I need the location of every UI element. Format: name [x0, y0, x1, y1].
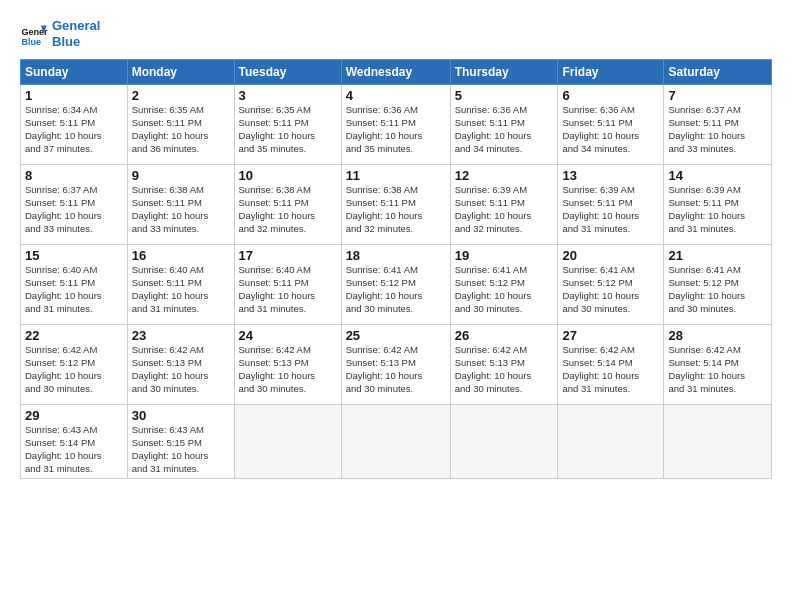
day-info: Sunrise: 6:40 AM Sunset: 5:11 PM Dayligh… [25, 264, 123, 315]
day-info: Sunrise: 6:43 AM Sunset: 5:14 PM Dayligh… [25, 424, 123, 475]
day-number: 21 [668, 248, 767, 263]
day-number: 23 [132, 328, 230, 343]
day-info: Sunrise: 6:42 AM Sunset: 5:12 PM Dayligh… [25, 344, 123, 395]
header-tuesday: Tuesday [234, 60, 341, 85]
day-number: 16 [132, 248, 230, 263]
calendar-cell: 12Sunrise: 6:39 AM Sunset: 5:11 PM Dayli… [450, 165, 558, 245]
calendar-cell: 9Sunrise: 6:38 AM Sunset: 5:11 PM Daylig… [127, 165, 234, 245]
header-thursday: Thursday [450, 60, 558, 85]
day-number: 28 [668, 328, 767, 343]
day-info: Sunrise: 6:37 AM Sunset: 5:11 PM Dayligh… [668, 104, 767, 155]
day-number: 20 [562, 248, 659, 263]
calendar-cell: 29Sunrise: 6:43 AM Sunset: 5:14 PM Dayli… [21, 405, 128, 479]
day-number: 24 [239, 328, 337, 343]
logo-blue: Blue [52, 34, 80, 49]
header-saturday: Saturday [664, 60, 772, 85]
day-info: Sunrise: 6:42 AM Sunset: 5:14 PM Dayligh… [562, 344, 659, 395]
day-number: 22 [25, 328, 123, 343]
day-info: Sunrise: 6:42 AM Sunset: 5:13 PM Dayligh… [346, 344, 446, 395]
day-number: 18 [346, 248, 446, 263]
day-info: Sunrise: 6:40 AM Sunset: 5:11 PM Dayligh… [132, 264, 230, 315]
day-number: 14 [668, 168, 767, 183]
calendar-cell: 20Sunrise: 6:41 AM Sunset: 5:12 PM Dayli… [558, 245, 664, 325]
logo-text: General Blue [52, 18, 100, 49]
day-info: Sunrise: 6:35 AM Sunset: 5:11 PM Dayligh… [239, 104, 337, 155]
day-number: 25 [346, 328, 446, 343]
day-number: 8 [25, 168, 123, 183]
calendar-cell: 7Sunrise: 6:37 AM Sunset: 5:11 PM Daylig… [664, 85, 772, 165]
day-info: Sunrise: 6:41 AM Sunset: 5:12 PM Dayligh… [562, 264, 659, 315]
header-monday: Monday [127, 60, 234, 85]
calendar-cell: 13Sunrise: 6:39 AM Sunset: 5:11 PM Dayli… [558, 165, 664, 245]
calendar-cell [341, 405, 450, 479]
day-info: Sunrise: 6:36 AM Sunset: 5:11 PM Dayligh… [562, 104, 659, 155]
day-number: 7 [668, 88, 767, 103]
day-number: 27 [562, 328, 659, 343]
day-info: Sunrise: 6:36 AM Sunset: 5:11 PM Dayligh… [455, 104, 554, 155]
day-number: 26 [455, 328, 554, 343]
day-info: Sunrise: 6:39 AM Sunset: 5:11 PM Dayligh… [668, 184, 767, 235]
calendar-cell: 5Sunrise: 6:36 AM Sunset: 5:11 PM Daylig… [450, 85, 558, 165]
day-number: 29 [25, 408, 123, 423]
header-sunday: Sunday [21, 60, 128, 85]
calendar-cell: 23Sunrise: 6:42 AM Sunset: 5:13 PM Dayli… [127, 325, 234, 405]
day-number: 3 [239, 88, 337, 103]
day-number: 1 [25, 88, 123, 103]
calendar-cell: 4Sunrise: 6:36 AM Sunset: 5:11 PM Daylig… [341, 85, 450, 165]
day-number: 17 [239, 248, 337, 263]
day-info: Sunrise: 6:36 AM Sunset: 5:11 PM Dayligh… [346, 104, 446, 155]
header-friday: Friday [558, 60, 664, 85]
logo: General Blue General Blue [20, 18, 100, 49]
day-info: Sunrise: 6:37 AM Sunset: 5:11 PM Dayligh… [25, 184, 123, 235]
day-number: 19 [455, 248, 554, 263]
logo-icon: General Blue [20, 20, 48, 48]
day-info: Sunrise: 6:38 AM Sunset: 5:11 PM Dayligh… [346, 184, 446, 235]
calendar-cell: 3Sunrise: 6:35 AM Sunset: 5:11 PM Daylig… [234, 85, 341, 165]
calendar-cell: 25Sunrise: 6:42 AM Sunset: 5:13 PM Dayli… [341, 325, 450, 405]
calendar-cell: 28Sunrise: 6:42 AM Sunset: 5:14 PM Dayli… [664, 325, 772, 405]
day-info: Sunrise: 6:38 AM Sunset: 5:11 PM Dayligh… [132, 184, 230, 235]
svg-text:Blue: Blue [21, 36, 41, 46]
day-info: Sunrise: 6:38 AM Sunset: 5:11 PM Dayligh… [239, 184, 337, 235]
day-number: 30 [132, 408, 230, 423]
calendar-cell: 24Sunrise: 6:42 AM Sunset: 5:13 PM Dayli… [234, 325, 341, 405]
calendar-cell: 6Sunrise: 6:36 AM Sunset: 5:11 PM Daylig… [558, 85, 664, 165]
calendar-cell [234, 405, 341, 479]
calendar-cell: 14Sunrise: 6:39 AM Sunset: 5:11 PM Dayli… [664, 165, 772, 245]
calendar-cell: 10Sunrise: 6:38 AM Sunset: 5:11 PM Dayli… [234, 165, 341, 245]
day-info: Sunrise: 6:42 AM Sunset: 5:14 PM Dayligh… [668, 344, 767, 395]
day-info: Sunrise: 6:41 AM Sunset: 5:12 PM Dayligh… [346, 264, 446, 315]
calendar-cell [558, 405, 664, 479]
day-number: 15 [25, 248, 123, 263]
day-number: 12 [455, 168, 554, 183]
day-info: Sunrise: 6:35 AM Sunset: 5:11 PM Dayligh… [132, 104, 230, 155]
day-number: 9 [132, 168, 230, 183]
page: General Blue General Blue Sunday Monday … [0, 0, 792, 612]
day-info: Sunrise: 6:39 AM Sunset: 5:11 PM Dayligh… [455, 184, 554, 235]
header-wednesday: Wednesday [341, 60, 450, 85]
day-info: Sunrise: 6:39 AM Sunset: 5:11 PM Dayligh… [562, 184, 659, 235]
calendar-cell: 11Sunrise: 6:38 AM Sunset: 5:11 PM Dayli… [341, 165, 450, 245]
day-info: Sunrise: 6:42 AM Sunset: 5:13 PM Dayligh… [455, 344, 554, 395]
day-number: 2 [132, 88, 230, 103]
calendar-cell: 8Sunrise: 6:37 AM Sunset: 5:11 PM Daylig… [21, 165, 128, 245]
day-number: 5 [455, 88, 554, 103]
day-number: 6 [562, 88, 659, 103]
day-info: Sunrise: 6:41 AM Sunset: 5:12 PM Dayligh… [668, 264, 767, 315]
calendar-cell: 19Sunrise: 6:41 AM Sunset: 5:12 PM Dayli… [450, 245, 558, 325]
calendar-cell: 1Sunrise: 6:34 AM Sunset: 5:11 PM Daylig… [21, 85, 128, 165]
day-info: Sunrise: 6:34 AM Sunset: 5:11 PM Dayligh… [25, 104, 123, 155]
calendar-cell: 15Sunrise: 6:40 AM Sunset: 5:11 PM Dayli… [21, 245, 128, 325]
day-number: 11 [346, 168, 446, 183]
day-number: 10 [239, 168, 337, 183]
day-info: Sunrise: 6:41 AM Sunset: 5:12 PM Dayligh… [455, 264, 554, 315]
day-number: 4 [346, 88, 446, 103]
calendar-cell [450, 405, 558, 479]
day-number: 13 [562, 168, 659, 183]
calendar-cell: 16Sunrise: 6:40 AM Sunset: 5:11 PM Dayli… [127, 245, 234, 325]
logo-general: General [52, 18, 100, 33]
weekday-header-row: Sunday Monday Tuesday Wednesday Thursday… [21, 60, 772, 85]
calendar-cell: 26Sunrise: 6:42 AM Sunset: 5:13 PM Dayli… [450, 325, 558, 405]
calendar-cell: 22Sunrise: 6:42 AM Sunset: 5:12 PM Dayli… [21, 325, 128, 405]
day-info: Sunrise: 6:43 AM Sunset: 5:15 PM Dayligh… [132, 424, 230, 475]
